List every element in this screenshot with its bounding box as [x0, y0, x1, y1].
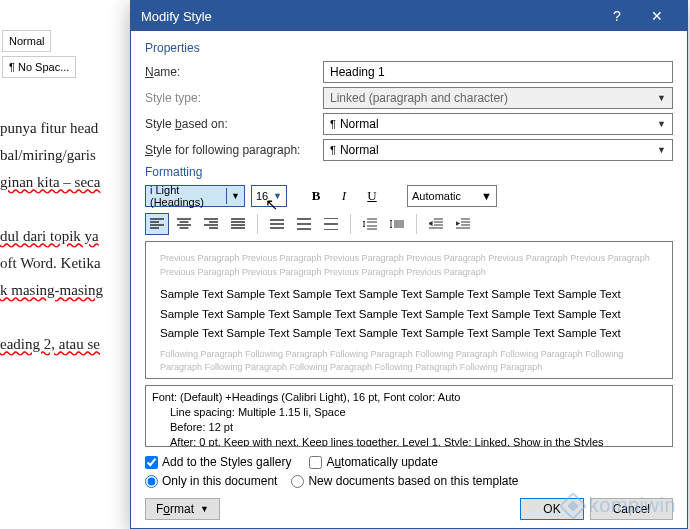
chevron-down-icon: ▼ [273, 191, 282, 201]
align-justify-button[interactable] [226, 213, 250, 235]
add-gallery-checkbox[interactable]: Add to the Styles gallery [145, 455, 291, 469]
font-size-select[interactable]: 16▼ [251, 185, 287, 207]
only-document-radio[interactable]: Only in this document [145, 474, 277, 488]
bold-button[interactable]: B [305, 185, 327, 207]
increase-indent-button[interactable] [451, 213, 475, 235]
document-background: Normal ¶ No Spac... punya fitur head bal… [0, 0, 130, 529]
document-text-fragment: punya fitur head bal/miring/garis ginan … [0, 115, 103, 358]
line-spacing-1-button[interactable] [265, 213, 289, 235]
preview-previous: Previous Paragraph Previous Paragraph Pr… [160, 252, 658, 279]
style-description[interactable]: Font: (Default) +Headings (Calibri Light… [145, 385, 673, 447]
line-spacing-2-button[interactable] [319, 213, 343, 235]
style-type-select: Linked (paragraph and character)▼ [323, 87, 673, 109]
underline-button[interactable]: U [361, 185, 383, 207]
modify-style-dialog: Modify Style ? ✕ Properties Name: Style … [130, 0, 688, 529]
style-no-spacing[interactable]: ¶ No Spac... [2, 56, 76, 78]
font-color-select[interactable]: Automatic▼ [407, 185, 497, 207]
chevron-down-icon: ▼ [657, 119, 666, 129]
chevron-down-icon: ▼ [200, 504, 209, 514]
font-family-select[interactable]: i Light (Headings)▼ [145, 185, 245, 207]
dialog-title: Modify Style [141, 9, 597, 24]
name-input[interactable] [323, 61, 673, 83]
based-on-label: Style based on: [145, 117, 315, 131]
auto-update-checkbox[interactable]: Automatically update [309, 455, 437, 469]
decrease-para-space-button[interactable] [385, 213, 409, 235]
align-right-button[interactable] [199, 213, 223, 235]
following-select[interactable]: ¶Normal▼ [323, 139, 673, 161]
chevron-down-icon: ▼ [226, 188, 240, 204]
style-gallery: Normal ¶ No Spac... [0, 28, 130, 80]
help-button[interactable]: ? [597, 8, 637, 24]
watermark: kompiwin [563, 494, 676, 517]
properties-header: Properties [145, 41, 673, 55]
dialog-titlebar: Modify Style ? ✕ [131, 1, 687, 31]
format-dropdown-button[interactable]: Format ▼ [145, 498, 220, 520]
following-label: Style for following paragraph: [145, 143, 315, 157]
preview-sample: Sample Text Sample Text Sample Text Samp… [160, 285, 658, 344]
chevron-down-icon: ▼ [657, 145, 666, 155]
style-type-label: Style type: [145, 91, 315, 105]
name-label: Name: [145, 65, 315, 79]
formatting-header: Formatting [145, 165, 673, 179]
style-normal[interactable]: Normal [2, 30, 51, 52]
style-preview: Previous Paragraph Previous Paragraph Pr… [145, 241, 673, 379]
close-button[interactable]: ✕ [637, 8, 677, 24]
line-spacing-15-button[interactable] [292, 213, 316, 235]
based-on-select[interactable]: ¶Normal▼ [323, 113, 673, 135]
preview-following: Following Paragraph Following Paragraph … [160, 348, 658, 375]
decrease-indent-button[interactable] [424, 213, 448, 235]
watermark-logo-icon [558, 491, 586, 519]
align-center-button[interactable] [172, 213, 196, 235]
italic-button[interactable]: I [333, 185, 355, 207]
chevron-down-icon: ▼ [481, 190, 492, 202]
chevron-down-icon: ▼ [657, 93, 666, 103]
align-left-button[interactable] [145, 213, 169, 235]
new-template-radio[interactable]: New documents based on this template [291, 474, 518, 488]
increase-para-space-button[interactable] [358, 213, 382, 235]
